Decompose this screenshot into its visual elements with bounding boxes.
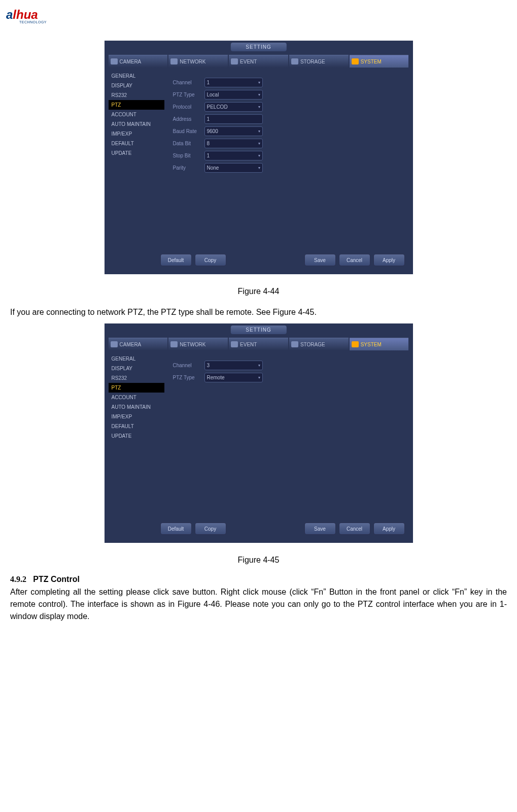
sidebar-item-display[interactable]: DISPLAY: [109, 81, 164, 90]
copy-button[interactable]: Copy: [195, 523, 226, 535]
channel-label: Channel: [173, 363, 204, 368]
sidebar-item-default[interactable]: DEFAULT: [109, 421, 164, 431]
system-icon: [352, 58, 359, 64]
tab-network[interactable]: NETWORK: [168, 55, 228, 68]
parity-select[interactable]: None: [204, 163, 263, 173]
sidebar-item-update[interactable]: UPDATE: [109, 431, 164, 441]
ptz-form: Channel3 PTZ TypeRemote: [173, 360, 403, 384]
apply-button[interactable]: Apply: [373, 523, 405, 535]
default-button[interactable]: Default: [160, 254, 192, 266]
sidebar-item-account[interactable]: ACCOUNT: [109, 393, 164, 402]
paragraph-ptz-remote: If you are connecting to network PTZ, th…: [10, 306, 507, 318]
ptz-form: Channel1 PTZ TypeLocal ProtocolPELCOD Ad…: [173, 77, 403, 175]
brand-logo: alhua: [6, 8, 38, 22]
figure-4-44-screenshot: SETTING CAMERA NETWORK EVENT STORAGE SYS…: [105, 41, 413, 274]
logo-rest: lhua: [13, 8, 38, 21]
address-input[interactable]: 1: [204, 114, 263, 124]
main-tabs: CAMERA NETWORK EVENT STORAGE SYSTEM: [109, 55, 409, 68]
sidebar: GENERAL DISPLAY RS232 PTZ ACCOUNT AUTO M…: [109, 354, 164, 441]
sidebar: GENERAL DISPLAY RS232 PTZ ACCOUNT AUTO M…: [109, 71, 164, 158]
network-icon: [170, 341, 178, 347]
tab-storage[interactable]: STORAGE: [289, 338, 349, 350]
protocol-label: Protocol: [173, 104, 204, 110]
sidebar-item-rs232[interactable]: RS232: [109, 90, 164, 100]
ptztype-label: PTZ Type: [173, 375, 204, 380]
save-button[interactable]: Save: [304, 523, 336, 535]
stopbit-label: Stop Bit: [173, 153, 204, 158]
storage-icon: [291, 341, 298, 347]
sidebar-item-impexp[interactable]: IMP/EXP: [109, 412, 164, 421]
save-button[interactable]: Save: [304, 254, 336, 266]
ptztype-select[interactable]: Remote: [204, 373, 263, 382]
protocol-select[interactable]: PELCOD: [204, 102, 263, 112]
sidebar-item-ptz[interactable]: PTZ: [109, 100, 164, 110]
button-bar: Default Copy Save Cancel Apply: [160, 523, 405, 535]
tab-system[interactable]: SYSTEM: [350, 338, 409, 350]
sidebar-item-update[interactable]: UPDATE: [109, 148, 164, 158]
tab-network[interactable]: NETWORK: [168, 338, 228, 350]
stopbit-select[interactable]: 1: [204, 151, 263, 160]
parity-label: Parity: [173, 165, 204, 171]
sidebar-item-automaintain[interactable]: AUTO MAINTAIN: [109, 402, 164, 412]
camera-icon: [111, 58, 118, 64]
sidebar-item-general[interactable]: GENERAL: [109, 71, 164, 81]
tab-event[interactable]: EVENT: [229, 55, 288, 68]
sidebar-item-default[interactable]: DEFAULT: [109, 139, 164, 148]
tab-storage[interactable]: STORAGE: [289, 55, 349, 68]
cancel-button[interactable]: Cancel: [339, 523, 370, 535]
camera-icon: [111, 341, 118, 347]
section-title: PTZ Control: [33, 575, 80, 583]
section-number: 4.9.2: [10, 575, 26, 583]
ptztype-label: PTZ Type: [173, 92, 204, 98]
sidebar-item-general[interactable]: GENERAL: [109, 354, 164, 364]
sidebar-item-impexp[interactable]: IMP/EXP: [109, 129, 164, 139]
apply-button[interactable]: Apply: [373, 254, 405, 266]
copy-button[interactable]: Copy: [195, 254, 226, 266]
system-icon: [352, 341, 359, 347]
sidebar-item-rs232[interactable]: RS232: [109, 373, 164, 383]
event-icon: [231, 58, 238, 64]
tab-system[interactable]: SYSTEM: [350, 55, 409, 68]
sidebar-item-account[interactable]: ACCOUNT: [109, 110, 164, 119]
sidebar-item-display[interactable]: DISPLAY: [109, 364, 164, 373]
logo-letter: a: [6, 8, 13, 21]
databit-label: Data Bit: [173, 141, 204, 146]
sidebar-item-ptz[interactable]: PTZ: [109, 383, 164, 393]
ptztype-select[interactable]: Local: [204, 90, 263, 100]
channel-select[interactable]: 3: [204, 361, 263, 370]
tab-event[interactable]: EVENT: [229, 338, 288, 350]
network-icon: [170, 58, 178, 64]
paragraph-ptz-control: After completing all the setting please …: [10, 586, 507, 623]
tab-camera[interactable]: CAMERA: [109, 338, 168, 350]
figure-4-45-caption: Figure 4-45: [10, 556, 507, 565]
storage-icon: [291, 58, 298, 64]
tab-camera[interactable]: CAMERA: [109, 55, 168, 68]
figure-4-44-caption: Figure 4-44: [10, 287, 507, 296]
figure-4-45-screenshot: SETTING CAMERA NETWORK EVENT STORAGE SYS…: [105, 323, 413, 543]
window-title: SETTING: [230, 326, 286, 334]
section-heading: 4.9.2 PTZ Control: [10, 575, 507, 584]
cancel-button[interactable]: Cancel: [339, 254, 370, 266]
event-icon: [231, 341, 238, 347]
default-button[interactable]: Default: [160, 523, 192, 535]
baudrate-label: Baud Rate: [173, 128, 204, 134]
channel-label: Channel: [173, 80, 204, 85]
sidebar-item-automaintain[interactable]: AUTO MAINTAIN: [109, 119, 164, 129]
address-label: Address: [173, 116, 204, 122]
window-title: SETTING: [230, 43, 286, 51]
brand-logo-subtitle: TECHNOLOGY: [19, 20, 47, 24]
main-tabs: CAMERA NETWORK EVENT STORAGE SYSTEM: [109, 338, 409, 350]
baudrate-select[interactable]: 9600: [204, 126, 263, 136]
databit-select[interactable]: 8: [204, 139, 263, 148]
button-bar: Default Copy Save Cancel Apply: [160, 254, 405, 266]
channel-select[interactable]: 1: [204, 78, 263, 87]
